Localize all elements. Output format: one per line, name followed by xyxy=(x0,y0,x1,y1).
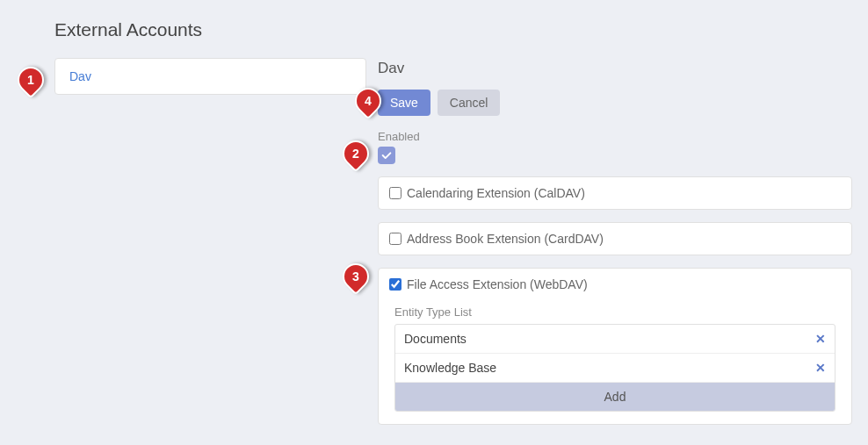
extension-webdav: File Access Extension (WebDAV) Entity Ty… xyxy=(378,268,852,425)
page-title: External Accounts xyxy=(54,19,202,40)
annotation-marker-1: 1 xyxy=(12,61,49,98)
extension-carddav: Address Book Extension (CardDAV) xyxy=(378,222,852,255)
detail-panel: Dav Save Cancel Enabled Calendaring Exte… xyxy=(378,60,852,437)
extension-caldav-label: Calendaring Extension (CalDAV) xyxy=(407,186,585,200)
save-button[interactable]: Save xyxy=(378,90,430,116)
extension-webdav-label: File Access Extension (WebDAV) xyxy=(407,277,588,291)
extension-webdav-header[interactable]: File Access Extension (WebDAV) xyxy=(389,277,841,291)
enabled-label: Enabled xyxy=(378,130,852,143)
sidebar-item-dav[interactable]: Dav xyxy=(55,59,365,94)
extension-carddav-checkbox[interactable] xyxy=(389,233,401,245)
remove-icon[interactable]: ✕ xyxy=(815,332,826,346)
annotation-marker-2: 2 xyxy=(337,135,374,172)
extension-webdav-checkbox[interactable] xyxy=(389,278,401,291)
remove-icon[interactable]: ✕ xyxy=(815,361,826,375)
entity-type-section: Entity Type List Documents ✕ Knowledge B… xyxy=(394,305,835,412)
entity-item-label: Knowledge Base xyxy=(404,361,496,375)
extension-caldav-header[interactable]: Calendaring Extension (CalDAV) xyxy=(389,186,841,200)
annotation-marker-3: 3 xyxy=(337,258,374,295)
entity-type-list: Documents ✕ Knowledge Base ✕ Add xyxy=(394,324,835,412)
add-button[interactable]: Add xyxy=(395,383,835,411)
extension-caldav-checkbox[interactable] xyxy=(389,187,401,199)
cancel-button[interactable]: Cancel xyxy=(438,90,501,116)
list-item: Documents ✕ xyxy=(395,325,835,354)
entity-item-label: Documents xyxy=(404,332,467,346)
entity-type-label: Entity Type List xyxy=(394,305,835,319)
enabled-checkbox[interactable] xyxy=(378,147,395,164)
check-icon xyxy=(380,149,393,161)
extension-carddav-label: Address Book Extension (CardDAV) xyxy=(407,232,604,246)
extension-carddav-header[interactable]: Address Book Extension (CardDAV) xyxy=(389,232,841,246)
extension-caldav: Calendaring Extension (CalDAV) xyxy=(378,176,852,210)
button-row: Save Cancel xyxy=(378,90,852,116)
sidebar: Dav xyxy=(54,58,366,95)
panel-heading: Dav xyxy=(378,60,852,77)
enabled-field: Enabled xyxy=(378,130,852,164)
list-item: Knowledge Base ✕ xyxy=(395,354,835,383)
